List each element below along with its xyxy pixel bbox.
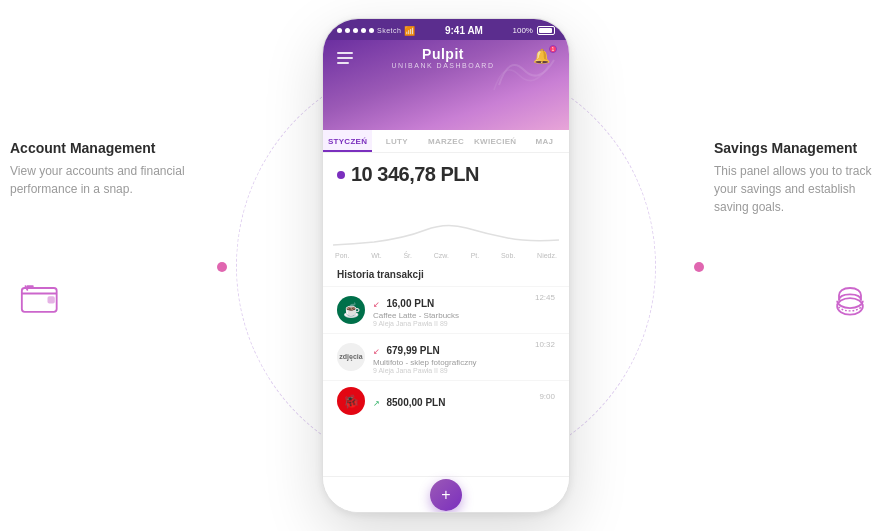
day-labels: Pon. Wt. Śr. Czw. Pt. Sob. Niedz.: [323, 250, 569, 261]
transaction-time-2: 10:32: [535, 340, 555, 349]
bottom-nav-button[interactable]: +: [430, 479, 462, 511]
left-panel: Account Management View your accounts an…: [10, 140, 210, 198]
hamburger-menu-icon[interactable]: [337, 52, 353, 64]
left-panel-description: View your accounts and financial perform…: [10, 162, 210, 198]
status-time-area: 9:41 AM: [445, 25, 483, 36]
chart-area: [323, 190, 569, 250]
transaction-place-2: 9 Aleja Jana Pawła II 89: [373, 367, 555, 374]
bell-icon: 🔔: [533, 48, 550, 64]
balance-amount: 10 346,78 PLN: [351, 163, 479, 186]
signal-dot-1: [337, 28, 342, 33]
transaction-time-1: 12:45: [535, 293, 555, 302]
balance-row: 10 346,78 PLN: [337, 163, 555, 186]
phone-side-button-right: [569, 139, 570, 179]
wifi-icon: 📶: [404, 26, 415, 36]
status-bar: Sketch 📶 9:41 AM 100%: [323, 19, 569, 40]
transaction-amount-3: 8500,00 PLN: [386, 397, 445, 408]
tab-styczen[interactable]: STYCZEŃ: [323, 130, 372, 152]
header-subtitle: UNIBANK DASHBOARD: [392, 62, 495, 69]
day-czw: Czw.: [434, 252, 449, 259]
transaction-amount-with-arrow-3: ↗ 8500,00 PLN: [373, 392, 445, 410]
biedronka-icon: 🐞: [343, 394, 359, 409]
transaction-amount-2: 679,99 PLN: [386, 345, 439, 356]
chart-svg: [333, 200, 559, 250]
wallet-icon: [20, 280, 68, 320]
phone-side-button-left2: [322, 149, 323, 179]
transaction-logo-starbucks: ☕: [337, 296, 365, 324]
hamburger-line-1: [337, 52, 353, 54]
transaction-amount-row-3: ↗ 8500,00 PLN 9:00: [373, 392, 555, 410]
day-niedz: Niedz.: [537, 252, 557, 259]
day-wt: Wt.: [371, 252, 382, 259]
day-sob: Sob.: [501, 252, 515, 259]
arrow-up-icon-3: ↗: [373, 399, 380, 408]
months-tab-bar: STYCZEŃ LUTY MARZEC KWIECIEŃ MAJ: [323, 130, 569, 153]
transaction-info-3: ↗ 8500,00 PLN 9:00: [373, 392, 555, 410]
balance-dot: [337, 171, 345, 179]
arrow-down-icon-2: ↙: [373, 347, 380, 356]
transaction-amount-1: 16,00 PLN: [386, 298, 434, 309]
arrow-down-icon-1: ↙: [373, 300, 380, 309]
notification-badge: 1: [549, 45, 557, 53]
transaction-section: Historia transakcji ☕ ↙ 16,00 PLN 12:45: [323, 261, 569, 476]
transaction-amount-with-arrow-2: ↙ 679,99 PLN: [373, 340, 440, 358]
header-title: Pulpit: [392, 46, 495, 62]
right-panel-title: Savings Management: [714, 140, 857, 156]
day-sr: Śr.: [403, 252, 412, 259]
hamburger-line-2: [337, 57, 353, 59]
right-panel: Savings Management This panel allows you…: [714, 140, 884, 216]
notification-icon[interactable]: 🔔 1: [533, 47, 555, 69]
svg-rect-1: [48, 296, 55, 303]
status-right: 100%: [513, 26, 555, 35]
phone-shell: Sketch 📶 9:41 AM 100%: [322, 18, 570, 513]
tab-kwiecien[interactable]: KWIECIEŃ: [471, 130, 520, 152]
transaction-amount-with-arrow-1: ↙ 16,00 PLN: [373, 293, 434, 311]
signal-dot-2: [345, 28, 350, 33]
multifoto-icon: zdjęcia: [339, 353, 362, 361]
right-dot-indicator: [694, 262, 704, 272]
tab-maj[interactable]: MAJ: [520, 130, 569, 152]
tab-marzec[interactable]: MARZEC: [421, 130, 470, 152]
hamburger-line-3: [337, 62, 349, 64]
transaction-logo-biedronka: 🐞: [337, 387, 365, 415]
starbucks-icon: ☕: [343, 302, 360, 318]
status-time: 9:41 AM: [445, 25, 483, 36]
status-left: Sketch 📶: [337, 26, 415, 36]
transaction-amount-row-1: ↙ 16,00 PLN 12:45: [373, 293, 555, 311]
tab-luty[interactable]: LUTY: [372, 130, 421, 152]
battery-icon: [537, 26, 555, 35]
phone-mockup: Sketch 📶 9:41 AM 100%: [322, 18, 570, 513]
right-panel-description: This panel allows you to track your savi…: [714, 162, 884, 216]
transaction-name-2: Multifoto - sklep fotograficzny: [373, 358, 555, 367]
transaction-logo-multifoto: zdjęcia: [337, 343, 365, 371]
left-dot-indicator: [217, 262, 227, 272]
savings-icon: [828, 280, 876, 320]
signal-dot-4: [361, 28, 366, 33]
page-container: Account Management View your accounts an…: [0, 0, 892, 531]
transaction-item-2[interactable]: zdjęcia ↙ 679,99 PLN 10:32 Multifoto - s…: [323, 333, 569, 380]
transaction-item-3[interactable]: 🐞 ↗ 8500,00 PLN 9:00: [323, 380, 569, 421]
sketch-label: Sketch: [377, 27, 401, 34]
transaction-amount-row-2: ↙ 679,99 PLN 10:32: [373, 340, 555, 358]
battery-fill: [539, 28, 552, 33]
transaction-time-3: 9:00: [539, 392, 555, 401]
transaction-info-2: ↙ 679,99 PLN 10:32 Multifoto - sklep fot…: [373, 340, 555, 374]
day-pon: Pon.: [335, 252, 349, 259]
header-title-area: Pulpit UNIBANK DASHBOARD: [392, 46, 495, 69]
signal-dot-3: [353, 28, 358, 33]
transaction-name-1: Caffee Latte - Starbucks: [373, 311, 555, 320]
transaction-info-1: ↙ 16,00 PLN 12:45 Caffee Latte - Starbuc…: [373, 293, 555, 327]
balance-section: 10 346,78 PLN: [323, 153, 569, 190]
transaction-section-header: Historia transakcji: [323, 261, 569, 286]
nav-plus-icon: +: [441, 486, 450, 504]
bottom-nav: +: [323, 476, 569, 512]
day-pt: Pt.: [471, 252, 480, 259]
left-panel-title: Account Management: [10, 140, 155, 156]
transaction-item-1[interactable]: ☕ ↙ 16,00 PLN 12:45 Caffee Latte - Starb…: [323, 286, 569, 333]
app-header: Pulpit UNIBANK DASHBOARD 🔔 1: [323, 40, 569, 130]
battery-percent: 100%: [513, 26, 533, 35]
signal-dot-5: [369, 28, 374, 33]
transaction-place-1: 9 Aleja Jana Pawła II 89: [373, 320, 555, 327]
